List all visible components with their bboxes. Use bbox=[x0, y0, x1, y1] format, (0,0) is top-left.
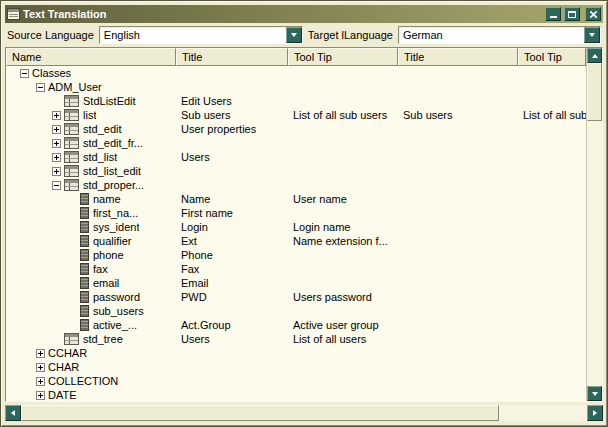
tree-row[interactable]: Classes bbox=[6, 66, 586, 80]
row-tooltip[interactable]: User name bbox=[288, 192, 398, 206]
row-tooltip[interactable] bbox=[288, 360, 398, 374]
tree-row[interactable]: sub_users bbox=[6, 304, 586, 318]
row-title[interactable]: User properties bbox=[176, 122, 288, 136]
scroll-left-button[interactable] bbox=[5, 405, 21, 421]
row-title[interactable]: Act.Group bbox=[176, 318, 288, 332]
row-title-2[interactable] bbox=[398, 234, 518, 248]
row-tooltip[interactable]: Login name bbox=[288, 220, 398, 234]
row-tooltip-2[interactable] bbox=[518, 248, 523, 262]
row-tooltip-2[interactable] bbox=[518, 192, 523, 206]
row-title[interactable] bbox=[176, 304, 288, 318]
row-title[interactable]: Edit Users bbox=[176, 94, 288, 108]
row-title[interactable] bbox=[176, 164, 288, 178]
close-button[interactable] bbox=[585, 7, 601, 21]
row-title[interactable]: Email bbox=[176, 276, 288, 290]
row-tooltip[interactable]: Active user group bbox=[288, 318, 398, 332]
tree-row[interactable]: CCHAR bbox=[6, 346, 586, 360]
row-tooltip-2[interactable] bbox=[518, 290, 523, 304]
row-tooltip-2[interactable]: List of all sub users bbox=[518, 108, 586, 122]
row-tooltip-2[interactable] bbox=[518, 164, 523, 178]
row-title-2[interactable] bbox=[398, 178, 518, 192]
row-title-2[interactable] bbox=[398, 276, 518, 290]
tree-row[interactable]: qualifier Ext Name extension f... bbox=[6, 234, 586, 248]
row-tooltip[interactable]: List of all users bbox=[288, 332, 398, 346]
row-title-2[interactable] bbox=[398, 332, 518, 346]
vertical-scrollbar-thumb[interactable] bbox=[587, 63, 602, 121]
row-tooltip[interactable] bbox=[288, 80, 398, 94]
collapse-minus-icon[interactable] bbox=[52, 181, 61, 190]
row-title-2[interactable] bbox=[398, 346, 518, 360]
row-title-2[interactable] bbox=[398, 136, 518, 150]
expand-plus-icon[interactable] bbox=[36, 391, 45, 400]
expand-plus-icon[interactable] bbox=[52, 125, 61, 134]
row-title[interactable] bbox=[176, 80, 288, 94]
tree-row[interactable]: CHAR bbox=[6, 360, 586, 374]
row-title[interactable]: Sub users bbox=[176, 108, 288, 122]
column-header-name[interactable]: Name bbox=[6, 48, 176, 66]
row-tooltip-2[interactable] bbox=[518, 276, 523, 290]
expand-plus-icon[interactable] bbox=[52, 153, 61, 162]
row-tooltip[interactable] bbox=[288, 136, 398, 150]
expand-plus-icon[interactable] bbox=[52, 111, 61, 120]
column-header-tooltip[interactable]: Tool Tip bbox=[288, 48, 398, 66]
tree-row[interactable]: active_... Act.Group Active user group bbox=[6, 318, 586, 332]
row-title-2[interactable] bbox=[398, 150, 518, 164]
tree-row[interactable]: std_tree Users List of all users bbox=[6, 332, 586, 346]
row-title-2[interactable] bbox=[398, 374, 518, 388]
row-tooltip-2[interactable] bbox=[518, 122, 523, 136]
row-tooltip[interactable]: Users password bbox=[288, 290, 398, 304]
row-title-2[interactable] bbox=[398, 66, 518, 80]
row-title[interactable]: Name bbox=[176, 192, 288, 206]
source-language-select[interactable]: English bbox=[99, 26, 303, 44]
expand-plus-icon[interactable] bbox=[52, 167, 61, 176]
expand-plus-icon[interactable] bbox=[36, 349, 45, 358]
row-title-2[interactable] bbox=[398, 290, 518, 304]
row-tooltip[interactable]: List of all sub users bbox=[288, 108, 398, 122]
row-tooltip[interactable] bbox=[288, 164, 398, 178]
row-tooltip[interactable] bbox=[288, 66, 398, 80]
row-title[interactable]: Ext bbox=[176, 234, 288, 248]
tree-row[interactable]: std_proper... bbox=[6, 178, 586, 192]
row-title[interactable]: Login bbox=[176, 220, 288, 234]
row-tooltip-2[interactable] bbox=[518, 136, 523, 150]
scroll-right-button[interactable] bbox=[587, 405, 603, 421]
row-title[interactable]: PWD bbox=[176, 290, 288, 304]
row-tooltip-2[interactable] bbox=[518, 332, 523, 346]
maximize-button[interactable] bbox=[564, 7, 580, 21]
row-tooltip[interactable] bbox=[288, 248, 398, 262]
row-title-2[interactable] bbox=[398, 206, 518, 220]
row-tooltip-2[interactable] bbox=[518, 374, 523, 388]
row-tooltip[interactable] bbox=[288, 346, 398, 360]
row-tooltip[interactable] bbox=[288, 388, 398, 401]
row-title[interactable]: Fax bbox=[176, 262, 288, 276]
tree-row[interactable]: email Email bbox=[6, 276, 586, 290]
row-tooltip-2[interactable] bbox=[518, 304, 523, 318]
row-title-2[interactable] bbox=[398, 388, 518, 401]
tree-row[interactable]: std_edit_fr... bbox=[6, 136, 586, 150]
tree-row[interactable]: phone Phone bbox=[6, 248, 586, 262]
scroll-up-button[interactable] bbox=[587, 48, 602, 63]
scroll-down-button[interactable] bbox=[587, 386, 602, 401]
source-dropdown-button[interactable] bbox=[286, 27, 302, 43]
row-title-2[interactable] bbox=[398, 164, 518, 178]
row-tooltip-2[interactable] bbox=[518, 80, 523, 94]
row-tooltip-2[interactable] bbox=[518, 388, 523, 401]
row-tooltip[interactable] bbox=[288, 304, 398, 318]
row-tooltip-2[interactable] bbox=[518, 66, 523, 80]
row-tooltip-2[interactable] bbox=[518, 360, 523, 374]
row-title-2[interactable] bbox=[398, 94, 518, 108]
row-tooltip[interactable] bbox=[288, 122, 398, 136]
row-tooltip[interactable]: Name extension f... bbox=[288, 234, 398, 248]
row-tooltip[interactable] bbox=[288, 150, 398, 164]
row-tooltip[interactable] bbox=[288, 178, 398, 192]
tree-row[interactable]: ADM_User bbox=[6, 80, 586, 94]
tree-row[interactable]: first_na... First name bbox=[6, 206, 586, 220]
row-title[interactable] bbox=[176, 136, 288, 150]
row-tooltip[interactable] bbox=[288, 374, 398, 388]
row-tooltip[interactable] bbox=[288, 262, 398, 276]
column-header-tooltip-2[interactable]: Tool Tip bbox=[518, 48, 586, 66]
row-title-2[interactable] bbox=[398, 80, 518, 94]
row-tooltip-2[interactable] bbox=[518, 318, 523, 332]
row-title-2[interactable] bbox=[398, 122, 518, 136]
expand-plus-icon[interactable] bbox=[52, 139, 61, 148]
